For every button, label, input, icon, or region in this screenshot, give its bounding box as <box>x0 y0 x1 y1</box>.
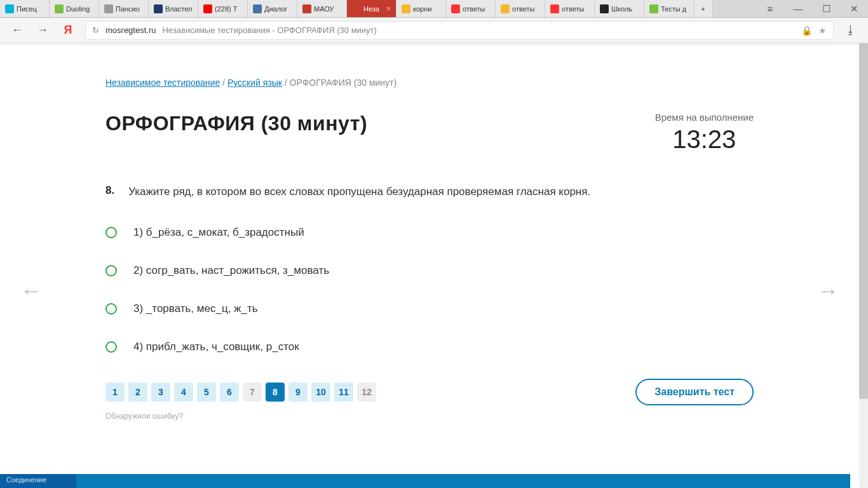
scroll-thumb[interactable] <box>859 43 868 399</box>
pager-item[interactable]: 5 <box>197 383 216 402</box>
option-text: 3) _торвать, мес_ц, ж_ть <box>133 302 258 315</box>
scrollbar[interactable] <box>859 43 868 488</box>
browser-tab[interactable]: Неза× <box>347 0 397 17</box>
pager-item[interactable]: 9 <box>288 383 308 402</box>
pager-item[interactable]: 6 <box>220 383 239 402</box>
report-error-link[interactable]: Обнаружили ошибку? <box>105 412 754 421</box>
tab-label: ответы <box>512 5 534 13</box>
tab-label: Пансио <box>116 5 140 13</box>
browser-tab[interactable]: ответы <box>545 0 595 17</box>
prev-question-arrow[interactable]: ← <box>19 278 43 302</box>
pager-item[interactable]: 8 <box>266 383 285 402</box>
tab-label: Тесты д <box>661 5 686 13</box>
answer-option[interactable]: 3) _торвать, мес_ц, ж_ть <box>105 302 754 315</box>
browser-tab[interactable]: ответы <box>496 0 545 17</box>
tab-label: Неза <box>363 5 379 13</box>
bookmark-icon[interactable]: ★ <box>818 25 827 36</box>
browser-tab[interactable]: Тесты д <box>644 0 694 17</box>
page-title: ОРФОГРАФИЯ (30 минут) <box>105 112 367 135</box>
topnav-item-testing[interactable]: НЕЗАВИСИМОЕ ТЕСТИРОВАНИЕ <box>160 43 314 44</box>
browser-tab[interactable]: корни <box>397 0 446 17</box>
browser-tab[interactable]: Писец <box>0 0 50 17</box>
tab-label: МАОУ <box>314 5 334 13</box>
browser-tab[interactable]: Пансио <box>99 0 149 17</box>
tab-favicon <box>451 4 460 13</box>
answer-option[interactable]: 4) прибл_жать, ч_совщик, р_сток <box>105 341 754 353</box>
pager-item[interactable]: 3 <box>151 383 170 402</box>
pager-item[interactable]: 10 <box>311 383 330 402</box>
question-text: Укажите ряд, в котором во всех словах пр… <box>128 184 590 200</box>
lock-icon: 🔒 <box>801 25 812 36</box>
tab-favicon <box>550 4 559 13</box>
pager-item[interactable]: 1 <box>105 383 125 402</box>
browser-tab[interactable]: Властел <box>149 0 198 17</box>
status-bar: Соединение <box>0 474 76 488</box>
yandex-logo[interactable]: Я <box>60 22 76 39</box>
question-block: 8. Укажите ряд, в котором во всех словах… <box>105 184 754 200</box>
tab-favicon <box>5 4 14 13</box>
pager-item[interactable]: 12 <box>357 383 376 402</box>
pager-item[interactable]: 4 <box>174 383 193 402</box>
option-text: 4) прибл_жать, ч_совщик, р_сток <box>133 341 299 353</box>
radio-icon[interactable] <box>105 303 117 315</box>
browser-tab[interactable]: МАОУ <box>297 0 347 17</box>
answer-option[interactable]: 2) согр_вать, наст_рожиться, з_мовать <box>105 264 754 277</box>
forward-button[interactable]: → <box>34 22 51 39</box>
tab-favicon <box>600 4 609 13</box>
tab-label: Писец <box>17 5 37 13</box>
next-question-arrow[interactable]: → <box>816 278 840 302</box>
timer: Время на выполнение 13:23 <box>655 112 754 154</box>
question-pager: 123456789101112 <box>105 383 376 402</box>
breadcrumb-link-testing[interactable]: Независимое тестирование <box>105 78 220 88</box>
tab-label: Диалог <box>264 5 287 13</box>
minimize-button[interactable]: — <box>784 0 812 18</box>
tab-label: (228) Т <box>215 5 237 13</box>
browser-tab-strip: ПисецDuolingПансиоВластел(228) ТДиалогМА… <box>0 0 868 18</box>
radio-icon[interactable] <box>105 227 117 238</box>
tab-label: Duoling <box>66 5 90 13</box>
address-bar: ← → Я ↻ mosregtest.ru Независимые тестир… <box>0 18 868 43</box>
pager-item[interactable]: 11 <box>334 383 353 402</box>
tab-favicon <box>104 4 113 13</box>
tab-label: ответы <box>463 5 485 13</box>
radio-icon[interactable] <box>105 341 117 353</box>
tab-favicon <box>253 4 262 13</box>
menu-button[interactable]: ≡ <box>756 0 784 18</box>
pager-item[interactable]: 7 <box>243 383 262 402</box>
breadcrumb-link-subject[interactable]: Русский язык <box>227 78 282 88</box>
radio-icon[interactable] <box>105 265 117 276</box>
pager-item[interactable]: 2 <box>128 383 147 402</box>
breadcrumb-current: ОРФОГРАФИЯ (30 минут) <box>290 78 397 88</box>
topnav-item-support: ТЕХНИЧЕСКАЯ ПОДДЕРЖКА: DIT@MOSREG.RU <box>477 43 699 44</box>
answer-option[interactable]: 1) б_рёза, с_мокат, б_зрадостный <box>105 226 754 239</box>
options-list: 1) б_рёза, с_мокат, б_зрадостный2) согр_… <box>105 226 754 353</box>
maximize-button[interactable]: ☐ <box>812 0 840 18</box>
question-number: 8. <box>105 184 114 200</box>
browser-tab[interactable]: ответы <box>446 0 496 17</box>
tab-label: ответы <box>562 5 584 13</box>
downloads-button[interactable]: ⭳ <box>843 22 859 39</box>
browser-tab[interactable]: Duoling <box>50 0 99 17</box>
back-button[interactable]: ← <box>9 22 25 39</box>
tab-favicon <box>649 4 658 13</box>
browser-tab[interactable]: Диалог <box>248 0 297 17</box>
browser-tab[interactable]: (228) Т <box>198 0 248 17</box>
tab-favicon <box>402 4 410 13</box>
topnav-item-results[interactable]: РЕЗУЛЬТАТЫ <box>364 43 426 44</box>
address-field[interactable]: ↻ mosregtest.ru Независимые тестирования… <box>85 21 834 40</box>
close-window-button[interactable]: ✕ <box>840 0 868 18</box>
tab-label: корни <box>413 5 431 13</box>
option-text: 2) согр_вать, наст_рожиться, з_мовать <box>133 264 329 277</box>
tab-favicon <box>55 4 64 13</box>
reload-icon[interactable]: ↻ <box>92 25 99 35</box>
address-domain: mosregtest.ru <box>105 25 156 35</box>
footer-strip <box>0 474 850 488</box>
new-tab-button[interactable]: + <box>694 0 713 17</box>
browser-tab[interactable]: Школь <box>595 0 644 17</box>
timer-value: 13:23 <box>655 125 754 154</box>
timer-label: Время на выполнение <box>655 112 754 123</box>
finish-test-button[interactable]: Завершить тест <box>635 379 754 405</box>
tab-favicon <box>154 4 163 13</box>
tab-favicon <box>501 4 510 13</box>
close-icon[interactable]: × <box>386 4 391 13</box>
